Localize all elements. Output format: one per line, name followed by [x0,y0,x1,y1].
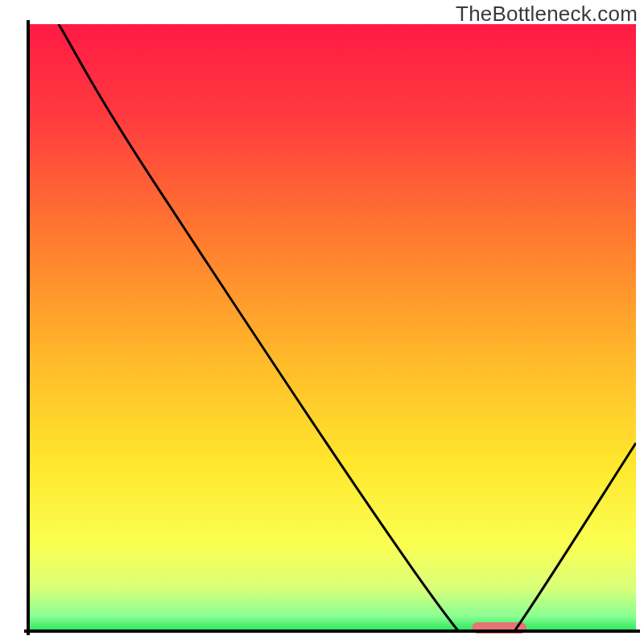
chart-container: TheBottleneck.com [0,0,644,644]
bottleneck-chart [0,0,644,644]
gradient-background [28,24,636,631]
